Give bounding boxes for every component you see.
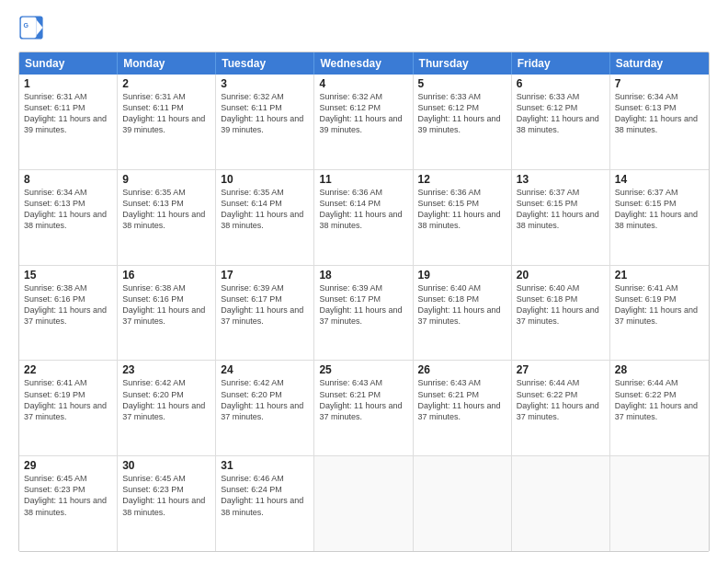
day-number: 27 bbox=[517, 363, 605, 376]
day-cell-31: 31Sunrise: 6:46 AMSunset: 6:24 PMDayligh… bbox=[216, 456, 314, 551]
cell-info: Sunrise: 6:40 AMSunset: 6:18 PMDaylight:… bbox=[418, 282, 506, 327]
calendar-header: SundayMondayTuesdayWednesdayThursdayFrid… bbox=[19, 52, 709, 75]
calendar-page: G SundayMondayTuesdayWednesdayThursdayFr… bbox=[0, 0, 728, 563]
day-cell-3: 3Sunrise: 6:32 AMSunset: 6:11 PMDaylight… bbox=[216, 75, 314, 169]
day-cell-25: 25Sunrise: 6:43 AMSunset: 6:21 PMDayligh… bbox=[314, 361, 413, 455]
cell-info: Sunrise: 6:34 AMSunset: 6:13 PMDaylight:… bbox=[615, 91, 704, 136]
cell-info: Sunrise: 6:45 AMSunset: 6:23 PMDaylight:… bbox=[24, 473, 112, 518]
calendar: SundayMondayTuesdayWednesdayThursdayFrid… bbox=[18, 52, 710, 552]
header-cell-wednesday: Wednesday bbox=[314, 52, 413, 75]
day-number: 23 bbox=[122, 363, 210, 376]
empty-cell bbox=[314, 456, 413, 551]
header-cell-saturday: Saturday bbox=[610, 52, 709, 75]
cell-info: Sunrise: 6:35 AMSunset: 6:14 PMDaylight:… bbox=[221, 187, 309, 232]
cell-info: Sunrise: 6:45 AMSunset: 6:23 PMDaylight:… bbox=[122, 473, 210, 518]
day-number: 13 bbox=[517, 173, 605, 186]
cell-info: Sunrise: 6:35 AMSunset: 6:13 PMDaylight:… bbox=[122, 187, 210, 232]
day-number: 15 bbox=[24, 269, 112, 282]
header-cell-sunday: Sunday bbox=[19, 52, 118, 75]
day-number: 6 bbox=[517, 77, 605, 90]
day-cell-21: 21Sunrise: 6:41 AMSunset: 6:19 PMDayligh… bbox=[610, 266, 709, 361]
header-cell-friday: Friday bbox=[512, 52, 610, 75]
logo: G bbox=[18, 15, 48, 42]
day-cell-4: 4Sunrise: 6:32 AMSunset: 6:12 PMDaylight… bbox=[314, 75, 413, 169]
cell-info: Sunrise: 6:41 AMSunset: 6:19 PMDaylight:… bbox=[615, 282, 704, 327]
day-number: 10 bbox=[221, 173, 309, 186]
logo-icon: G bbox=[18, 15, 44, 40]
cell-info: Sunrise: 6:39 AMSunset: 6:17 PMDaylight:… bbox=[221, 282, 309, 327]
day-number: 29 bbox=[24, 459, 112, 472]
day-cell-5: 5Sunrise: 6:33 AMSunset: 6:12 PMDaylight… bbox=[414, 75, 512, 169]
day-number: 26 bbox=[418, 363, 506, 376]
cell-info: Sunrise: 6:44 AMSunset: 6:22 PMDaylight:… bbox=[517, 377, 605, 422]
cell-info: Sunrise: 6:31 AMSunset: 6:11 PMDaylight:… bbox=[122, 91, 210, 136]
empty-cell bbox=[610, 456, 709, 551]
day-cell-28: 28Sunrise: 6:44 AMSunset: 6:22 PMDayligh… bbox=[610, 361, 709, 455]
day-number: 9 bbox=[122, 173, 210, 186]
day-number: 7 bbox=[615, 77, 704, 90]
day-cell-22: 22Sunrise: 6:41 AMSunset: 6:19 PMDayligh… bbox=[19, 361, 118, 455]
cell-info: Sunrise: 6:36 AMSunset: 6:14 PMDaylight:… bbox=[319, 187, 407, 232]
day-number: 16 bbox=[122, 269, 210, 282]
cell-info: Sunrise: 6:33 AMSunset: 6:12 PMDaylight:… bbox=[418, 91, 506, 136]
cell-info: Sunrise: 6:42 AMSunset: 6:20 PMDaylight:… bbox=[122, 377, 210, 422]
header-cell-thursday: Thursday bbox=[414, 52, 512, 75]
day-number: 25 bbox=[319, 363, 407, 376]
cell-info: Sunrise: 6:37 AMSunset: 6:15 PMDaylight:… bbox=[517, 187, 605, 232]
day-cell-23: 23Sunrise: 6:42 AMSunset: 6:20 PMDayligh… bbox=[118, 361, 216, 455]
day-cell-6: 6Sunrise: 6:33 AMSunset: 6:12 PMDaylight… bbox=[512, 75, 610, 169]
page-header: G bbox=[18, 15, 710, 42]
day-number: 31 bbox=[221, 459, 309, 472]
day-cell-13: 13Sunrise: 6:37 AMSunset: 6:15 PMDayligh… bbox=[512, 170, 610, 265]
day-number: 28 bbox=[615, 363, 704, 376]
svg-text:G: G bbox=[24, 22, 29, 29]
day-number: 1 bbox=[24, 77, 112, 90]
day-number: 30 bbox=[122, 459, 210, 472]
day-number: 14 bbox=[615, 173, 704, 186]
calendar-row-4: 22Sunrise: 6:41 AMSunset: 6:19 PMDayligh… bbox=[19, 360, 709, 455]
day-cell-16: 16Sunrise: 6:38 AMSunset: 6:16 PMDayligh… bbox=[118, 266, 216, 361]
day-number: 19 bbox=[418, 269, 506, 282]
day-cell-7: 7Sunrise: 6:34 AMSunset: 6:13 PMDaylight… bbox=[610, 75, 709, 169]
calendar-row-2: 8Sunrise: 6:34 AMSunset: 6:13 PMDaylight… bbox=[19, 169, 709, 265]
day-cell-27: 27Sunrise: 6:44 AMSunset: 6:22 PMDayligh… bbox=[512, 361, 610, 455]
day-number: 17 bbox=[221, 269, 309, 282]
cell-info: Sunrise: 6:39 AMSunset: 6:17 PMDaylight:… bbox=[319, 282, 407, 327]
cell-info: Sunrise: 6:33 AMSunset: 6:12 PMDaylight:… bbox=[517, 91, 605, 136]
cell-info: Sunrise: 6:32 AMSunset: 6:12 PMDaylight:… bbox=[319, 91, 407, 136]
cell-info: Sunrise: 6:32 AMSunset: 6:11 PMDaylight:… bbox=[221, 91, 309, 136]
day-cell-12: 12Sunrise: 6:36 AMSunset: 6:15 PMDayligh… bbox=[414, 170, 512, 265]
day-cell-1: 1Sunrise: 6:31 AMSunset: 6:11 PMDaylight… bbox=[19, 75, 118, 169]
calendar-row-1: 1Sunrise: 6:31 AMSunset: 6:11 PMDaylight… bbox=[19, 75, 709, 169]
day-number: 24 bbox=[221, 363, 309, 376]
empty-cell bbox=[512, 456, 610, 551]
calendar-row-5: 29Sunrise: 6:45 AMSunset: 6:23 PMDayligh… bbox=[19, 455, 709, 551]
day-cell-18: 18Sunrise: 6:39 AMSunset: 6:17 PMDayligh… bbox=[314, 266, 413, 361]
day-cell-20: 20Sunrise: 6:40 AMSunset: 6:18 PMDayligh… bbox=[512, 266, 610, 361]
day-cell-19: 19Sunrise: 6:40 AMSunset: 6:18 PMDayligh… bbox=[414, 266, 512, 361]
header-cell-monday: Monday bbox=[118, 52, 216, 75]
day-number: 22 bbox=[24, 363, 112, 376]
calendar-body: 1Sunrise: 6:31 AMSunset: 6:11 PMDaylight… bbox=[19, 75, 709, 551]
cell-info: Sunrise: 6:38 AMSunset: 6:16 PMDaylight:… bbox=[24, 282, 112, 327]
day-number: 12 bbox=[418, 173, 506, 186]
cell-info: Sunrise: 6:31 AMSunset: 6:11 PMDaylight:… bbox=[24, 91, 112, 136]
day-cell-30: 30Sunrise: 6:45 AMSunset: 6:23 PMDayligh… bbox=[118, 456, 216, 551]
day-number: 21 bbox=[615, 269, 704, 282]
cell-info: Sunrise: 6:37 AMSunset: 6:15 PMDaylight:… bbox=[615, 187, 704, 232]
day-cell-24: 24Sunrise: 6:42 AMSunset: 6:20 PMDayligh… bbox=[216, 361, 314, 455]
day-number: 18 bbox=[319, 269, 407, 282]
day-cell-14: 14Sunrise: 6:37 AMSunset: 6:15 PMDayligh… bbox=[610, 170, 709, 265]
cell-info: Sunrise: 6:46 AMSunset: 6:24 PMDaylight:… bbox=[221, 473, 309, 518]
empty-cell bbox=[414, 456, 512, 551]
cell-info: Sunrise: 6:40 AMSunset: 6:18 PMDaylight:… bbox=[517, 282, 605, 327]
day-number: 4 bbox=[319, 77, 407, 90]
day-cell-29: 29Sunrise: 6:45 AMSunset: 6:23 PMDayligh… bbox=[19, 456, 118, 551]
day-cell-8: 8Sunrise: 6:34 AMSunset: 6:13 PMDaylight… bbox=[19, 170, 118, 265]
day-cell-11: 11Sunrise: 6:36 AMSunset: 6:14 PMDayligh… bbox=[314, 170, 413, 265]
day-number: 2 bbox=[122, 77, 210, 90]
cell-info: Sunrise: 6:43 AMSunset: 6:21 PMDaylight:… bbox=[319, 377, 407, 422]
calendar-row-3: 15Sunrise: 6:38 AMSunset: 6:16 PMDayligh… bbox=[19, 265, 709, 361]
day-cell-10: 10Sunrise: 6:35 AMSunset: 6:14 PMDayligh… bbox=[216, 170, 314, 265]
day-number: 11 bbox=[319, 173, 407, 186]
